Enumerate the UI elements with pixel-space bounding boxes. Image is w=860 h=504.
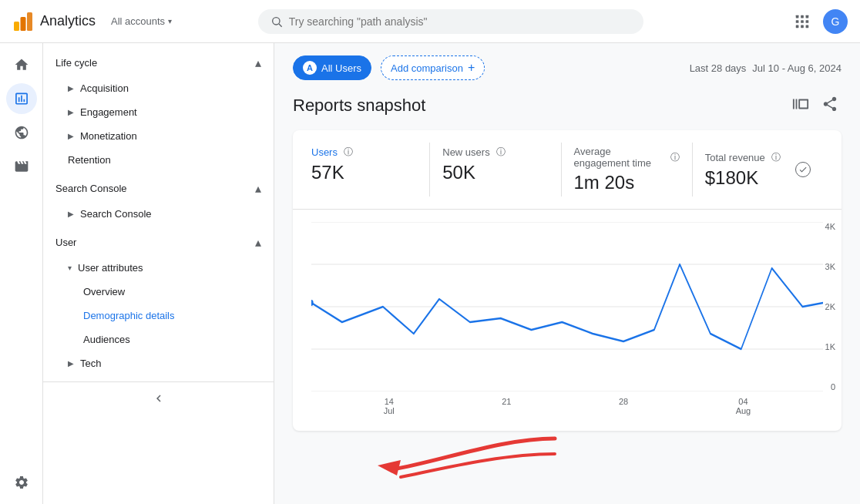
metric-avg-engagement-label-text: Average engagement time: [574, 146, 664, 169]
main-content: A All Users Add comparison + Last 28 day…: [274, 43, 860, 504]
add-comparison-plus-icon: +: [468, 61, 475, 75]
svg-rect-13: [806, 25, 809, 28]
metric-avg-engagement-value: 1m 20s: [574, 172, 680, 193]
svg-rect-2: [27, 12, 32, 31]
lifecycle-label: Life cycle: [55, 57, 97, 69]
svg-line-4: [279, 24, 282, 27]
metric-total-revenue: Total revenue ⓘ $180K: [692, 143, 823, 197]
svg-rect-0: [14, 22, 19, 31]
top-header: Analytics All accounts ▾ G: [0, 0, 860, 43]
metric-new-users-info-icon[interactable]: ⓘ: [496, 146, 506, 159]
sidebar-subitem-audiences[interactable]: Audiences: [43, 328, 274, 351]
y-label-4k: 4K: [825, 222, 835, 231]
date-range-label: Last 28 days: [690, 62, 747, 74]
sidebar-item-tech[interactable]: ▶ Tech: [43, 351, 274, 375]
metric-total-revenue-info-icon[interactable]: ⓘ: [771, 151, 781, 164]
nav-settings-button[interactable]: [6, 473, 37, 504]
search-console-item-label: Search Console: [80, 208, 152, 220]
lifecycle-section-header[interactable]: Life cycle ▴: [43, 49, 274, 76]
sidebar-collapse-button[interactable]: [43, 381, 274, 415]
metric-avg-engagement-info-icon[interactable]: ⓘ: [670, 151, 680, 164]
acquisition-label: Acquisition: [80, 82, 129, 94]
metric-users-label-text: Users: [311, 146, 338, 158]
all-users-avatar: A: [303, 61, 317, 75]
view-toggle-button[interactable]: [789, 92, 812, 118]
y-label-1k: 1K: [825, 342, 835, 351]
svg-rect-10: [806, 20, 809, 23]
report-actions: [789, 92, 842, 118]
metric-users-info-icon[interactable]: ⓘ: [344, 146, 353, 159]
svg-rect-6: [801, 15, 804, 18]
metric-total-revenue-label: Total revenue ⓘ: [705, 151, 795, 164]
sidebar-item-engagement[interactable]: ▶ Engagement: [43, 100, 274, 124]
metric-check-icon[interactable]: [795, 162, 811, 177]
lifecycle-collapse-icon: ▴: [255, 55, 261, 70]
search-console-section-header[interactable]: Search Console ▴: [43, 175, 274, 202]
filter-bar: A All Users Add comparison + Last 28 day…: [293, 55, 842, 80]
sidebar-section-search-console: Search Console ▴ ▶ Search Console: [43, 175, 274, 226]
svg-rect-8: [796, 20, 799, 23]
search-console-item-chevron: ▶: [68, 210, 74, 218]
sidebar-item-acquisition[interactable]: ▶ Acquisition: [43, 76, 274, 100]
nav-explore-button[interactable]: [6, 117, 37, 148]
report-title: Reports snapshot: [293, 96, 425, 116]
retention-label: Retention: [68, 154, 111, 166]
avatar[interactable]: G: [823, 9, 848, 34]
red-arrow-overlay: [347, 423, 563, 487]
add-comparison-label: Add comparison: [391, 62, 463, 74]
overview-label: Overview: [83, 286, 125, 297]
account-selector[interactable]: All accounts ▾: [105, 12, 178, 30]
add-comparison-chip[interactable]: Add comparison +: [381, 55, 485, 80]
sidebar-item-monetization[interactable]: ▶ Monetization: [43, 124, 274, 148]
analytics-logo: [12, 11, 34, 32]
audiences-label: Audiences: [83, 334, 130, 345]
all-users-label: All Users: [321, 62, 361, 74]
acquisition-chevron: ▶: [68, 84, 74, 92]
search-console-collapse-icon: ▴: [255, 181, 261, 196]
account-label: All accounts: [111, 15, 165, 27]
all-users-chip[interactable]: A All Users: [293, 55, 371, 80]
metric-users-value: 57K: [311, 162, 417, 183]
apps-icon[interactable]: [794, 13, 811, 30]
search-icon: [270, 15, 283, 28]
sidebar-section-user: User ▴ ▾ User attributes Overview Demogr…: [43, 229, 274, 375]
svg-rect-7: [806, 15, 809, 18]
sidebar-item-user-attributes[interactable]: ▾ User attributes: [43, 256, 274, 280]
svg-rect-1: [21, 17, 26, 31]
metric-users: Users ⓘ 57K: [311, 143, 429, 197]
sidebar-subitem-demographic-details[interactable]: Demographic details: [43, 304, 274, 328]
main-layout: Life cycle ▴ ▶ Acquisition ▶ Engagement …: [0, 43, 860, 504]
chart-container: 4K 3K 2K 1K 0: [293, 210, 842, 431]
share-button[interactable]: [818, 92, 842, 118]
metric-new-users-label-text: New users: [442, 146, 489, 158]
logo-area: Analytics: [12, 11, 96, 32]
metrics-card: Users ⓘ 57K New users ⓘ 50K Averag: [293, 130, 842, 431]
sidebar-item-retention[interactable]: Retention: [43, 148, 274, 172]
nav-reports-button[interactable]: [6, 83, 37, 114]
x-label-jul28: 28: [619, 397, 628, 415]
report-header: Reports snapshot: [293, 92, 842, 118]
x-label-aug04: 04Aug: [736, 397, 751, 415]
monetization-chevron: ▶: [68, 132, 74, 140]
app-title: Analytics: [40, 13, 96, 29]
search-console-section-label: Search Console: [55, 183, 127, 194]
metric-new-users-value: 50K: [442, 162, 548, 183]
metric-new-users-label: New users ⓘ: [442, 146, 548, 159]
y-label-3k: 3K: [825, 262, 835, 271]
user-section-header[interactable]: User ▴: [43, 229, 274, 256]
nav-icons: [0, 43, 43, 504]
metric-users-label: Users ⓘ: [311, 146, 417, 159]
svg-rect-9: [801, 20, 804, 23]
metrics-row: Users ⓘ 57K New users ⓘ 50K Averag: [293, 130, 842, 210]
monetization-label: Monetization: [80, 130, 137, 142]
user-attributes-label: User attributes: [78, 262, 143, 274]
chart-point: [311, 300, 314, 306]
nav-home-button[interactable]: [6, 49, 37, 80]
nav-advertising-button[interactable]: [6, 151, 37, 182]
svg-rect-5: [796, 15, 799, 18]
search-input[interactable]: [289, 15, 631, 28]
x-label-jul14: 14Jul: [384, 397, 395, 415]
sidebar-item-search-console[interactable]: ▶ Search Console: [43, 202, 274, 226]
search-bar[interactable]: [258, 9, 643, 34]
sidebar-subitem-overview[interactable]: Overview: [43, 280, 274, 304]
